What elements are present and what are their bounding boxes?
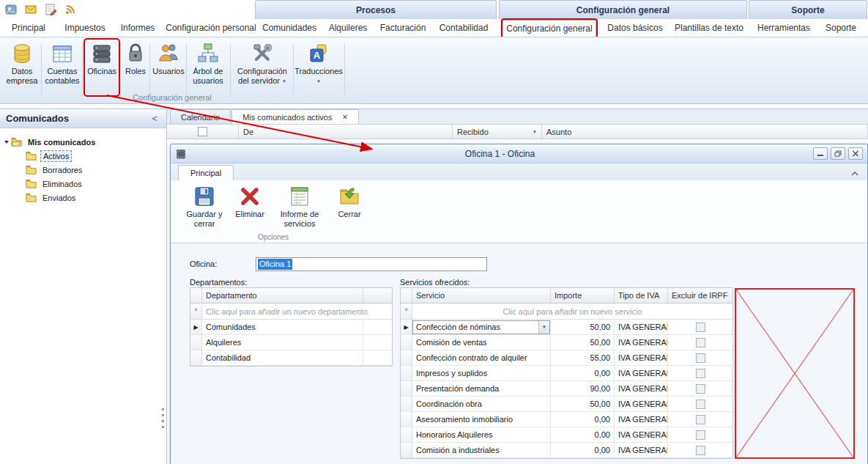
- dept-name-cell[interactable]: Alquileres: [202, 335, 363, 350]
- excluir-irpf-checkbox[interactable]: [696, 369, 705, 378]
- ribbon-button-traducciones[interactable]: ATraducciones ▼: [294, 40, 343, 95]
- servicio-cell[interactable]: Presentación demanda: [412, 381, 551, 396]
- ribbon-tab-soporte[interactable]: Soporte: [819, 20, 863, 37]
- toolbar-button-eliminar[interactable]: Eliminar: [232, 183, 267, 219]
- serv-row-presentacion-demanda[interactable]: Presentación demanda90,00IVA GENERAL: [401, 381, 732, 397]
- excluir-irpf-checkbox[interactable]: [696, 338, 705, 347]
- mail-icon[interactable]: [23, 2, 38, 17]
- column-header-importe[interactable]: Importe: [551, 288, 615, 303]
- ribbon-tab-configuracion-personal[interactable]: Configuración personal: [166, 20, 256, 37]
- serv-row-comision-a-industriales[interactable]: Comisión a industriales0,00IVA GENERAL: [401, 443, 732, 458]
- toolbar-button-informe-de-servicios[interactable]: Informe de servicios: [273, 183, 326, 229]
- servicio-cell[interactable]: Impresos y suplidos: [412, 366, 551, 380]
- serv-row-comision-de-ventas[interactable]: Comisión de ventas50,00IVA GENERAL: [401, 335, 732, 350]
- gallery-icon[interactable]: [4, 2, 18, 17]
- ribbon-tab-facturacion[interactable]: Facturación: [376, 20, 429, 37]
- tipo-iva-cell[interactable]: IVA GENERAL: [615, 335, 668, 350]
- serv-row-coordinacion-obra[interactable]: Coordinación obra50,00IVA GENERAL: [401, 397, 732, 412]
- tipo-iva-cell[interactable]: IVA GENERAL: [615, 320, 668, 334]
- ribbon-tab-plantillas-de-texto[interactable]: Plantillas de texto: [671, 20, 747, 37]
- filter-dropdown-icon[interactable]: ▼: [533, 130, 537, 134]
- ribbon-button-roles[interactable]: Roles: [122, 40, 149, 95]
- excluir-irpf-checkbox[interactable]: [696, 430, 705, 440]
- dropdown-icon[interactable]: ▼: [538, 321, 549, 334]
- importe-cell[interactable]: 50,00: [551, 335, 615, 350]
- notes-icon[interactable]: [43, 2, 58, 17]
- dept-name-cell[interactable]: Contabilidad: [202, 350, 363, 365]
- tree-item-borradores[interactable]: Borradores: [1, 163, 165, 177]
- tipo-iva-cell[interactable]: IVA GENERAL: [615, 350, 668, 365]
- document-tab-mis-comunicados-activos[interactable]: Mis comunicados activos×: [231, 109, 358, 124]
- ribbon-button-cuentas-contables[interactable]: Cuentas contables: [42, 40, 82, 95]
- ribbon-tab-datos-basicos[interactable]: Datos básicos: [604, 20, 667, 37]
- importe-cell[interactable]: 0,00: [551, 427, 615, 442]
- document-tab-calendario[interactable]: Calendario: [170, 109, 231, 124]
- ribbon-tab-configuracion-general[interactable]: Configuración general: [502, 20, 596, 37]
- ribbon-tab-principal[interactable]: Principal: [4, 20, 53, 37]
- splitter-handle[interactable]: [162, 408, 164, 432]
- minimize-button[interactable]: [813, 147, 828, 160]
- importe-cell[interactable]: 0,00: [551, 443, 615, 457]
- ribbon-button-usuarios[interactable]: Usuarios: [151, 40, 186, 95]
- feed-icon[interactable]: [63, 2, 78, 17]
- dialog-tab-principal[interactable]: Principal: [178, 165, 234, 180]
- select-all-checkbox[interactable]: [198, 127, 207, 136]
- servicio-cell[interactable]: Comisión de ventas: [412, 335, 551, 350]
- column-header-checkbox[interactable]: [167, 125, 239, 139]
- ribbon-button-datos-empresa[interactable]: Datos empresa: [4, 40, 40, 95]
- serv-row-honorarios-alquileres[interactable]: Honorarios Alquileres0,00IVA GENERAL: [401, 427, 732, 443]
- toolbar-button-guardar-y-cerrar[interactable]: Guardar y cerrar: [182, 183, 226, 229]
- serv-row-asesoramiento-inmobiliario[interactable]: Asesoramiento inmobiliario0,00IVA GENERA…: [401, 412, 732, 427]
- dialog-titlebar[interactable]: Oficina 1 - Oficina: [171, 144, 867, 163]
- panel-collapse-button[interactable]: <: [149, 113, 160, 124]
- servicio-cell[interactable]: Coordinación obra: [412, 397, 551, 411]
- serv-new-row[interactable]: *Clic aquí para añadir un nuevo servicio: [401, 303, 732, 320]
- column-header-recibido[interactable]: Recibido▼: [453, 125, 542, 139]
- servicio-cell[interactable]: Comisión a industriales: [412, 443, 551, 457]
- tree-item-enviados[interactable]: Enviados: [1, 191, 165, 205]
- importe-cell[interactable]: 50,00: [551, 397, 615, 411]
- ribbon-button-oficinas[interactable]: Oficinas: [85, 40, 119, 95]
- servicio-combo[interactable]: Confección de nóminas▼: [412, 320, 550, 334]
- toolbar-button-cerrar[interactable]: Cerrar: [332, 183, 367, 219]
- excluir-irpf-checkbox[interactable]: [696, 353, 705, 363]
- dept-row-comunidades[interactable]: ▶Comunidades: [190, 320, 392, 335]
- excluir-irpf-checkbox[interactable]: [696, 323, 705, 332]
- importe-cell[interactable]: 90,00: [551, 381, 615, 396]
- tree-root-mis-comunicados[interactable]: Mis comunicados: [1, 135, 165, 149]
- ribbon-tab-herramientas[interactable]: Herramientas: [754, 20, 813, 37]
- tipo-iva-cell[interactable]: IVA GENERAL: [615, 443, 668, 457]
- restore-button[interactable]: [831, 147, 845, 160]
- tipo-iva-cell[interactable]: IVA GENERAL: [615, 412, 668, 427]
- excluir-irpf-checkbox[interactable]: [696, 446, 705, 455]
- dept-name-cell[interactable]: Comunidades: [202, 320, 363, 334]
- ribbon-tab-impuestos[interactable]: Impuestos: [59, 20, 111, 37]
- tree-item-activos[interactable]: Activos: [1, 149, 165, 163]
- column-header-asunto[interactable]: Asunto: [542, 125, 868, 139]
- expander-icon[interactable]: [1, 139, 11, 145]
- collapse-ribbon-icon[interactable]: [851, 169, 858, 177]
- tipo-iva-cell[interactable]: IVA GENERAL: [615, 366, 668, 380]
- close-tab-icon[interactable]: ×: [342, 113, 347, 122]
- ribbon-tab-comunidades[interactable]: Comunidades: [261, 20, 318, 37]
- serv-row-confeccion-de-nominas[interactable]: ▶Confección de nóminas▼50,00IVA GENERAL: [401, 320, 732, 335]
- tipo-iva-cell[interactable]: IVA GENERAL: [615, 427, 668, 442]
- importe-cell[interactable]: 50,00: [551, 320, 615, 334]
- oficina-input[interactable]: Oficina 1: [256, 257, 487, 271]
- column-header-de[interactable]: De: [239, 125, 453, 139]
- tree-item-eliminados[interactable]: Eliminados: [1, 177, 165, 191]
- servicio-cell[interactable]: Confección contrato de alquiler: [412, 350, 551, 365]
- dept-row-alquileres[interactable]: Alquileres: [190, 335, 392, 350]
- tipo-iva-cell[interactable]: IVA GENERAL: [615, 397, 668, 411]
- ribbon-tab-informes[interactable]: Informes: [114, 20, 161, 37]
- column-header-excluir-de-irpf[interactable]: Excluir de IRPF: [668, 288, 732, 303]
- dept-row-contabilidad[interactable]: Contabilidad: [190, 350, 392, 366]
- column-header-tipo-de-iva[interactable]: Tipo de IVA: [615, 288, 668, 303]
- ribbon-button-arbol-de-usuarios[interactable]: Árbol de usuarios: [188, 40, 228, 95]
- importe-cell[interactable]: 55,00: [551, 350, 615, 365]
- serv-row-impresos-y-suplidos[interactable]: Impresos y suplidos0,00IVA GENERAL: [401, 366, 732, 381]
- ribbon-button-configuracion-del-servidor[interactable]: Configuración del servidor ▼: [233, 40, 292, 95]
- close-button[interactable]: [848, 147, 863, 160]
- servicio-cell[interactable]: Asesoramiento inmobiliario: [412, 412, 551, 427]
- excluir-irpf-checkbox[interactable]: [696, 384, 705, 394]
